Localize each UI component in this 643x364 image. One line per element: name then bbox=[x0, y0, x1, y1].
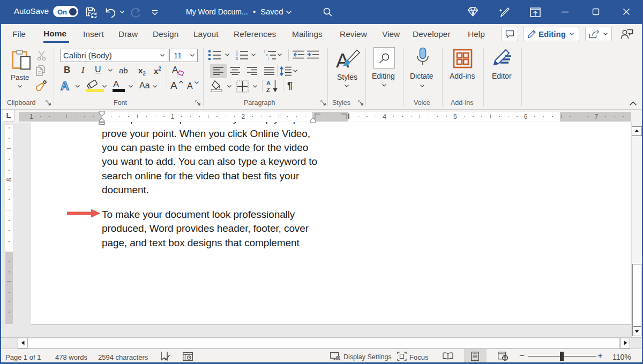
svg-text:a: a bbox=[266, 53, 268, 57]
svg-text:1: 1 bbox=[236, 49, 238, 53]
svg-text:1: 1 bbox=[264, 49, 266, 53]
svg-text:3: 3 bbox=[236, 57, 238, 60]
svg-text:2: 2 bbox=[236, 53, 238, 57]
svg-text:i: i bbox=[268, 57, 268, 60]
svg-text:A: A bbox=[266, 80, 271, 86]
svg-text:Z: Z bbox=[266, 87, 270, 93]
